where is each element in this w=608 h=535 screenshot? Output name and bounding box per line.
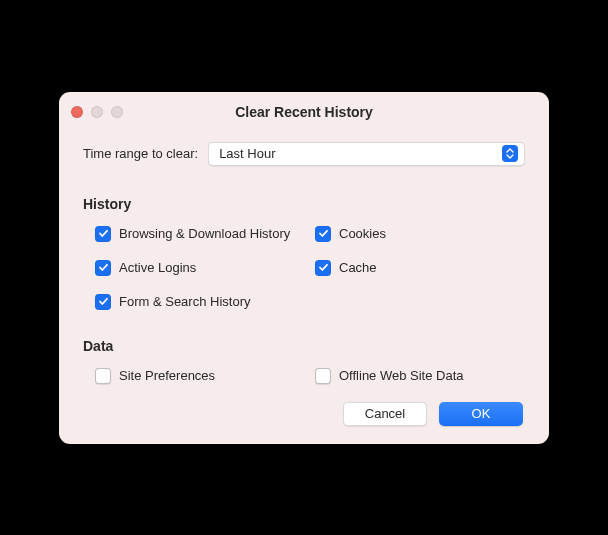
checkmark-icon — [95, 294, 111, 310]
ok-button[interactable]: OK — [439, 402, 523, 426]
checkbox-cookies[interactable]: Cookies — [315, 226, 525, 242]
checkbox-label: Active Logins — [119, 260, 196, 275]
checkbox-empty-icon — [315, 368, 331, 384]
checkbox-form-search-history[interactable]: Form & Search History — [95, 294, 305, 310]
history-grid: Browsing & Download History Cookies Acti… — [83, 226, 525, 310]
dialog-footer: Cancel OK — [83, 402, 525, 426]
checkbox-browsing-history[interactable]: Browsing & Download History — [95, 226, 305, 242]
cancel-button[interactable]: Cancel — [343, 402, 427, 426]
time-range-row: Time range to clear: Last Hour — [83, 142, 525, 166]
data-grid: Site Preferences Offline Web Site Data — [83, 368, 525, 384]
checkbox-site-preferences[interactable]: Site Preferences — [95, 368, 305, 384]
checkmark-icon — [95, 260, 111, 276]
dialog-title: Clear Recent History — [59, 104, 549, 120]
time-range-value: Last Hour — [219, 146, 275, 161]
data-section: Data Site Preferences Offline Web Site D… — [83, 338, 525, 384]
checkbox-label: Cache — [339, 260, 377, 275]
checkbox-label: Browsing & Download History — [119, 226, 290, 241]
checkbox-label: Offline Web Site Data — [339, 368, 464, 383]
zoom-icon — [111, 106, 123, 118]
data-title: Data — [83, 338, 525, 354]
checkmark-icon — [315, 226, 331, 242]
history-section: History Browsing & Download History Cook… — [83, 196, 525, 310]
checkbox-active-logins[interactable]: Active Logins — [95, 260, 305, 276]
titlebar: Clear Recent History — [59, 92, 549, 132]
checkmark-icon — [315, 260, 331, 276]
close-icon[interactable] — [71, 106, 83, 118]
dialog-window: Clear Recent History Time range to clear… — [59, 92, 549, 444]
checkbox-label: Form & Search History — [119, 294, 250, 309]
checkmark-icon — [95, 226, 111, 242]
traffic-lights — [71, 106, 123, 118]
minimize-icon — [91, 106, 103, 118]
updown-icon — [502, 145, 518, 162]
dialog-content: Time range to clear: Last Hour History B… — [59, 132, 549, 444]
checkbox-cache[interactable]: Cache — [315, 260, 525, 276]
time-range-select[interactable]: Last Hour — [208, 142, 525, 166]
checkbox-offline-website-data[interactable]: Offline Web Site Data — [315, 368, 525, 384]
checkbox-label: Site Preferences — [119, 368, 215, 383]
history-title: History — [83, 196, 525, 212]
time-range-label: Time range to clear: — [83, 146, 198, 161]
checkbox-empty-icon — [95, 368, 111, 384]
checkbox-label: Cookies — [339, 226, 386, 241]
